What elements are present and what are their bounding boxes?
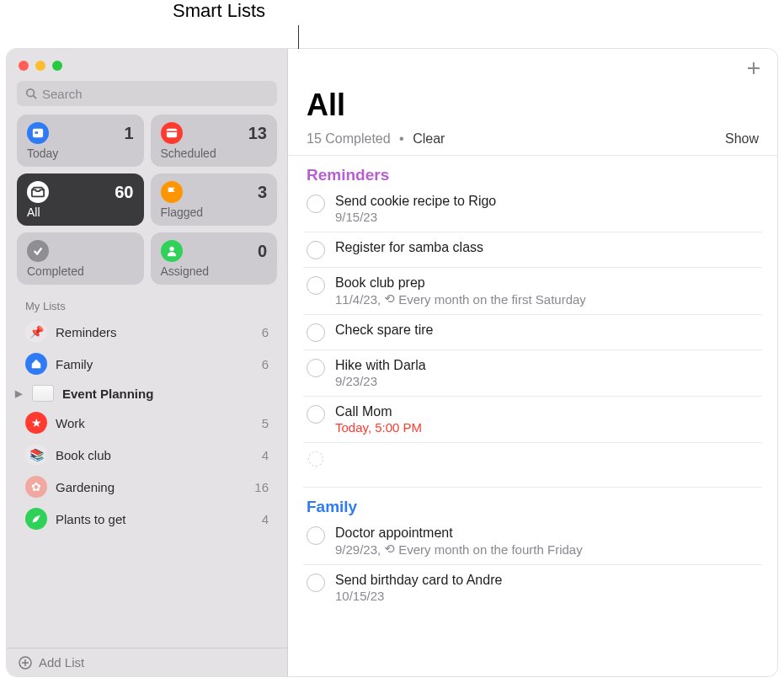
repeat-icon: ⟳ bbox=[384, 542, 395, 557]
reminder-item[interactable]: Book club prep 11/4/23, ⟳ Every month on… bbox=[303, 268, 762, 315]
folder-event-planning[interactable]: ▶ Event Planning bbox=[7, 380, 287, 407]
svg-rect-4 bbox=[166, 129, 176, 138]
smart-flagged-label: Flagged bbox=[161, 205, 268, 219]
home-icon bbox=[25, 353, 47, 375]
flagged-icon bbox=[161, 181, 183, 203]
list-book-club[interactable]: 📚 Book club 4 bbox=[7, 439, 287, 471]
books-icon: 📚 bbox=[25, 444, 47, 466]
search-field[interactable] bbox=[17, 81, 277, 106]
reminder-item[interactable]: Send cookie recipe to Rigo 9/15/23 bbox=[303, 186, 762, 232]
search-input[interactable] bbox=[42, 87, 269, 101]
smart-all-label: All bbox=[27, 205, 134, 219]
smart-lists: 1 Today 13 Scheduled 60 bbox=[7, 115, 287, 291]
complete-toggle[interactable] bbox=[307, 323, 325, 342]
smart-today[interactable]: 1 Today bbox=[17, 115, 144, 167]
star-icon: ★ bbox=[25, 412, 47, 434]
complete-toggle[interactable] bbox=[307, 241, 325, 259]
show-button[interactable]: Show bbox=[725, 131, 759, 147]
item-title: Call Mom bbox=[335, 404, 759, 419]
list-count: 4 bbox=[262, 512, 269, 526]
today-icon bbox=[27, 122, 49, 144]
list-label: Family bbox=[56, 357, 93, 371]
add-list-button[interactable]: Add List bbox=[7, 648, 287, 676]
item-title: Check spare tire bbox=[335, 323, 759, 338]
close-window-button[interactable] bbox=[19, 61, 29, 71]
section-title-family: Family bbox=[288, 496, 777, 518]
item-subtitle: 9/23/23 bbox=[335, 374, 759, 388]
complete-toggle[interactable] bbox=[307, 526, 325, 545]
scheduled-icon bbox=[161, 122, 183, 144]
list-family[interactable]: Family 6 bbox=[7, 348, 287, 380]
repeat-icon: ⟳ bbox=[384, 291, 395, 307]
plus-circle-icon bbox=[19, 656, 32, 670]
list-count: 5 bbox=[262, 416, 269, 430]
item-title: Register for samba class bbox=[335, 240, 759, 255]
smart-assigned-label: Assigned bbox=[161, 264, 268, 278]
list-label: Plants to get bbox=[56, 512, 125, 526]
smart-completed[interactable]: Completed bbox=[17, 232, 144, 285]
complete-toggle[interactable] bbox=[307, 574, 325, 592]
complete-toggle[interactable] bbox=[307, 276, 325, 295]
smart-scheduled-label: Scheduled bbox=[161, 147, 268, 160]
new-reminder-placeholder[interactable] bbox=[303, 443, 762, 474]
separator-dot: • bbox=[396, 131, 408, 147]
all-icon bbox=[27, 181, 49, 203]
my-lists: 📌 Reminders 6 Family 6 ▶ Event Planning … bbox=[7, 316, 287, 648]
smart-today-count: 1 bbox=[124, 124, 133, 143]
flower-icon: ✿ bbox=[25, 476, 47, 498]
smart-today-label: Today bbox=[27, 147, 134, 160]
section-divider bbox=[303, 474, 762, 488]
folder-icon bbox=[32, 385, 54, 402]
smart-scheduled[interactable]: 13 Scheduled bbox=[151, 115, 278, 167]
complete-toggle[interactable] bbox=[307, 359, 325, 377]
plus-icon bbox=[745, 60, 762, 77]
assigned-icon bbox=[161, 240, 183, 262]
main-pane: All 15 Completed • Clear Show Reminders … bbox=[288, 49, 777, 676]
reminder-item[interactable]: Send birthday card to Andre 10/15/23 bbox=[303, 565, 762, 611]
list-count: 4 bbox=[262, 448, 269, 462]
svg-point-6 bbox=[169, 247, 173, 251]
item-title: Doctor appointment bbox=[335, 526, 759, 541]
complete-toggle[interactable] bbox=[307, 195, 325, 213]
my-lists-header: My Lists bbox=[7, 291, 287, 316]
toolbar bbox=[288, 49, 777, 83]
smart-all-count: 60 bbox=[115, 183, 133, 202]
item-subtitle: 11/4/23, ⟳ Every month on the first Satu… bbox=[335, 291, 759, 307]
add-circle-icon[interactable] bbox=[308, 451, 323, 467]
reminder-item[interactable]: Call Mom Today, 5:00 PM bbox=[303, 397, 762, 443]
list-work[interactable]: ★ Work 5 bbox=[7, 407, 287, 439]
list-plants[interactable]: Plants to get 4 bbox=[7, 503, 287, 535]
list-reminders[interactable]: 📌 Reminders 6 bbox=[7, 316, 287, 348]
reminder-item[interactable]: Hike with Darla 9/23/23 bbox=[303, 350, 762, 397]
smart-all[interactable]: 60 All bbox=[17, 173, 144, 226]
svg-line-1 bbox=[34, 96, 37, 99]
reminder-item[interactable]: Register for samba class bbox=[303, 232, 762, 268]
add-list-label: Add List bbox=[39, 655, 84, 670]
reminder-item[interactable]: Check spare tire bbox=[303, 315, 762, 350]
add-reminder-button[interactable] bbox=[745, 60, 762, 79]
section-title-reminders: Reminders bbox=[288, 164, 777, 186]
list-gardening[interactable]: ✿ Gardening 16 bbox=[7, 471, 287, 503]
complete-toggle[interactable] bbox=[307, 405, 325, 424]
section-reminders: Reminders Send cookie recipe to Rigo 9/1… bbox=[288, 156, 777, 474]
completed-icon bbox=[27, 240, 49, 262]
item-subtitle: Today, 5:00 PM bbox=[335, 420, 759, 435]
sidebar: 1 Today 13 Scheduled 60 bbox=[7, 49, 288, 676]
smart-assigned[interactable]: 0 Assigned bbox=[151, 232, 278, 285]
annotation-label: Smart Lists bbox=[173, 0, 265, 22]
list-count: 16 bbox=[254, 480, 269, 494]
smart-flagged[interactable]: 3 Flagged bbox=[151, 173, 278, 226]
minimize-window-button[interactable] bbox=[35, 61, 45, 71]
item-title: Send cookie recipe to Rigo bbox=[335, 194, 759, 209]
section-family: Family Doctor appointment 9/29/23, ⟳ Eve… bbox=[288, 488, 777, 611]
reminder-item[interactable]: Doctor appointment 9/29/23, ⟳ Every mont… bbox=[303, 518, 762, 565]
leaf-icon bbox=[25, 508, 47, 530]
zoom-window-button[interactable] bbox=[52, 61, 62, 71]
clear-button[interactable]: Clear bbox=[413, 131, 445, 147]
window-controls bbox=[7, 49, 287, 77]
pin-icon: 📌 bbox=[25, 321, 47, 343]
folder-label: Event Planning bbox=[62, 387, 153, 401]
item-subtitle: 9/15/23 bbox=[335, 210, 759, 224]
chevron-right-icon: ▶ bbox=[15, 388, 24, 399]
item-title: Hike with Darla bbox=[335, 358, 759, 373]
